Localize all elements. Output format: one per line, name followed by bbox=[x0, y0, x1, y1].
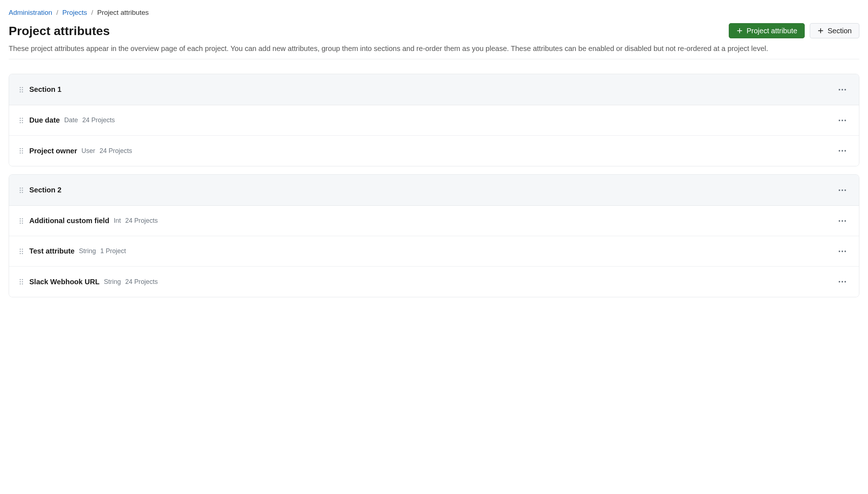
attribute-projects-count: 24 Projects bbox=[82, 116, 115, 124]
drag-handle-icon[interactable] bbox=[18, 248, 24, 255]
attribute-type: String bbox=[104, 278, 121, 286]
attribute-name: Due date bbox=[29, 116, 60, 124]
attribute-type: String bbox=[79, 247, 96, 255]
svg-point-15 bbox=[20, 120, 21, 121]
section-title: Section 2 bbox=[29, 186, 61, 194]
drag-handle-icon[interactable] bbox=[18, 148, 24, 154]
svg-point-21 bbox=[844, 119, 846, 121]
svg-point-42 bbox=[20, 220, 21, 221]
drag-handle-icon[interactable] bbox=[18, 278, 24, 285]
svg-point-50 bbox=[22, 248, 23, 250]
svg-point-51 bbox=[20, 251, 21, 252]
svg-point-31 bbox=[20, 187, 21, 188]
section-title: Section 1 bbox=[29, 85, 61, 94]
svg-point-24 bbox=[20, 150, 21, 151]
drag-handle-icon[interactable] bbox=[18, 218, 24, 224]
svg-point-47 bbox=[842, 220, 843, 221]
plus-icon bbox=[817, 27, 824, 34]
svg-point-7 bbox=[22, 89, 23, 90]
attribute-row: Additional custom field Int 24 Projects bbox=[9, 206, 859, 236]
svg-point-44 bbox=[20, 222, 21, 223]
svg-point-64 bbox=[839, 281, 840, 282]
svg-point-52 bbox=[22, 251, 23, 252]
svg-point-56 bbox=[842, 250, 843, 252]
section-group: Section 2 Additional custom field Int 24… bbox=[9, 174, 859, 297]
svg-point-43 bbox=[22, 220, 23, 221]
attribute-more-button[interactable] bbox=[835, 214, 850, 228]
svg-point-32 bbox=[22, 187, 23, 188]
attribute-row: Due date Date 24 Projects bbox=[9, 105, 859, 136]
svg-point-11 bbox=[842, 89, 843, 90]
attribute-projects-count: 1 Project bbox=[100, 247, 126, 255]
attribute-type: User bbox=[81, 147, 95, 155]
svg-point-29 bbox=[842, 150, 843, 152]
section-group: Section 1 Due date Date 24 Projects Proj… bbox=[9, 74, 859, 166]
svg-point-18 bbox=[22, 122, 23, 123]
svg-point-19 bbox=[839, 119, 840, 121]
svg-point-34 bbox=[22, 189, 23, 191]
section-header: Section 1 bbox=[9, 74, 859, 105]
add-section-button[interactable]: Section bbox=[810, 23, 859, 38]
attribute-name: Slack Webhook URL bbox=[29, 278, 99, 286]
svg-point-57 bbox=[844, 250, 846, 252]
drag-handle-icon[interactable] bbox=[18, 187, 24, 193]
svg-point-39 bbox=[844, 189, 846, 191]
svg-point-60 bbox=[20, 281, 21, 282]
attribute-name: Additional custom field bbox=[29, 217, 109, 225]
svg-point-63 bbox=[22, 283, 23, 284]
section-more-button[interactable] bbox=[835, 82, 850, 97]
svg-point-6 bbox=[20, 89, 21, 90]
svg-point-22 bbox=[20, 148, 21, 149]
svg-point-33 bbox=[20, 189, 21, 191]
section-more-button[interactable] bbox=[835, 183, 850, 197]
breadcrumb-separator: / bbox=[91, 9, 93, 16]
add-project-attribute-button[interactable]: Project attribute bbox=[729, 23, 805, 38]
svg-point-13 bbox=[20, 118, 21, 119]
attribute-more-button[interactable] bbox=[835, 144, 850, 158]
svg-point-20 bbox=[842, 119, 843, 121]
drag-handle-icon[interactable] bbox=[18, 86, 24, 93]
svg-point-65 bbox=[842, 281, 843, 282]
svg-point-8 bbox=[20, 91, 21, 92]
svg-point-41 bbox=[22, 218, 23, 219]
drag-handle-icon[interactable] bbox=[18, 117, 24, 124]
svg-point-45 bbox=[22, 222, 23, 223]
svg-point-62 bbox=[20, 283, 21, 284]
attribute-type: Date bbox=[64, 116, 78, 124]
svg-point-25 bbox=[22, 150, 23, 151]
svg-point-16 bbox=[22, 120, 23, 121]
attribute-name: Project owner bbox=[29, 147, 77, 155]
svg-point-23 bbox=[22, 148, 23, 149]
section-header: Section 2 bbox=[9, 175, 859, 206]
add-project-attribute-label: Project attribute bbox=[746, 27, 797, 34]
attribute-more-button[interactable] bbox=[835, 244, 850, 259]
attribute-projects-count: 24 Projects bbox=[125, 217, 158, 225]
attribute-more-button[interactable] bbox=[835, 274, 850, 289]
attribute-row: Project owner User 24 Projects bbox=[9, 136, 859, 166]
svg-point-61 bbox=[22, 281, 23, 282]
svg-point-53 bbox=[20, 253, 21, 254]
breadcrumb: Administration / Projects / Project attr… bbox=[9, 9, 859, 17]
breadcrumb-administration[interactable]: Administration bbox=[9, 9, 52, 16]
svg-point-40 bbox=[20, 218, 21, 219]
breadcrumb-current: Project attributes bbox=[97, 9, 149, 16]
svg-point-14 bbox=[22, 118, 23, 119]
svg-point-58 bbox=[20, 279, 21, 280]
page-title: Project attributes bbox=[9, 24, 110, 38]
svg-point-10 bbox=[839, 89, 840, 90]
attribute-type: Int bbox=[114, 217, 121, 225]
svg-point-9 bbox=[22, 91, 23, 92]
svg-point-54 bbox=[22, 253, 23, 254]
svg-point-27 bbox=[22, 152, 23, 153]
header-divider bbox=[9, 59, 859, 59]
attribute-more-button[interactable] bbox=[835, 113, 850, 128]
attribute-projects-count: 24 Projects bbox=[125, 278, 158, 286]
breadcrumb-projects[interactable]: Projects bbox=[62, 9, 87, 16]
svg-point-5 bbox=[22, 87, 23, 88]
svg-point-17 bbox=[20, 122, 21, 123]
attribute-row: Test attribute String 1 Project bbox=[9, 236, 859, 267]
svg-point-66 bbox=[844, 281, 846, 282]
svg-point-26 bbox=[20, 152, 21, 153]
svg-point-55 bbox=[839, 250, 840, 252]
svg-point-38 bbox=[842, 189, 843, 191]
